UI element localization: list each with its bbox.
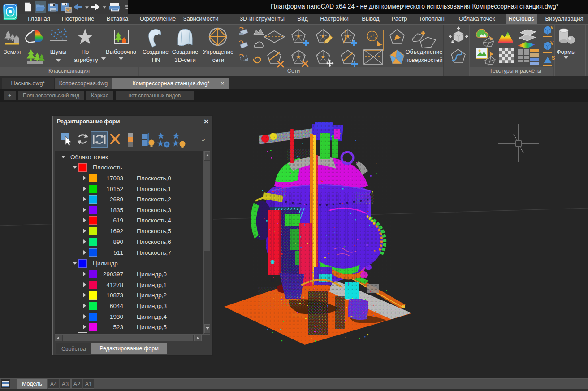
svg-text:S: S (552, 55, 555, 61)
svg-text:V: V (550, 25, 554, 30)
svg-text:V: V (550, 40, 554, 46)
svg-text:»: » (202, 136, 205, 143)
